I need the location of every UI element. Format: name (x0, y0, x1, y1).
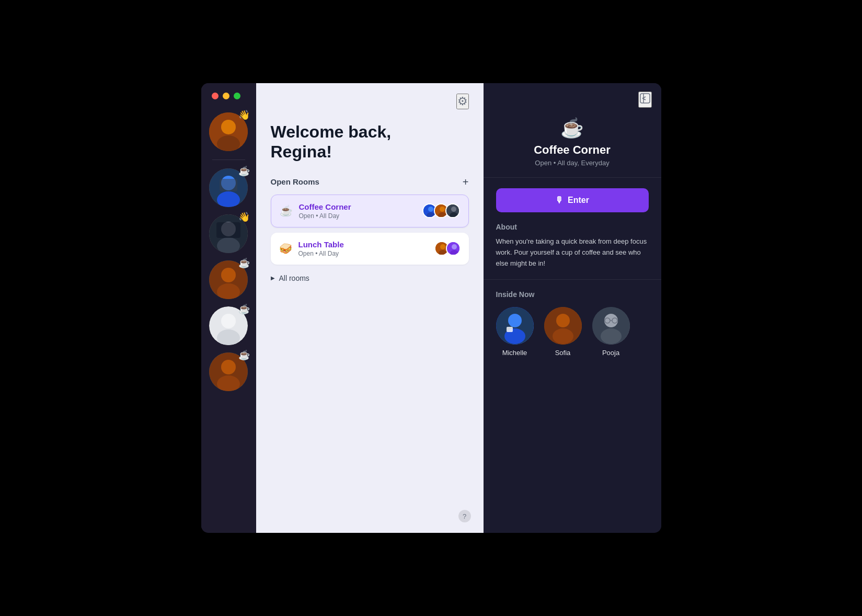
lunch-table-name: Lunch Table (298, 240, 344, 249)
panel-topbar (484, 83, 661, 112)
avatar-4[interactable]: ☕ (209, 260, 248, 299)
svg-rect-35 (640, 94, 650, 103)
svg-point-24 (440, 207, 445, 212)
inside-now-section: Inside Now Michelle (484, 280, 661, 367)
room-card-lunch-table[interactable]: 🥪 Lunch Table Open • All Day (271, 233, 469, 265)
about-title: About (496, 223, 649, 231)
room-hero-status: Open • All day, Everyday (535, 159, 609, 167)
room-hero-name: Coffee Corner (534, 143, 611, 157)
michelle-avatar (496, 307, 534, 345)
coffee-corner-emoji: ☕ (280, 204, 293, 217)
about-section: About When you're taking a quick break f… (484, 212, 661, 280)
about-text: When you're taking a quick break from de… (496, 236, 649, 269)
avatar-1[interactable]: 👋 (209, 112, 248, 151)
lunch-table-avatars (434, 241, 461, 256)
inside-now-title: Inside Now (496, 290, 649, 299)
room-hero-emoji: ☕ (560, 117, 584, 139)
pooja-name: Pooja (602, 349, 619, 357)
all-rooms-button[interactable]: ▶ All rooms (271, 274, 469, 282)
avatar-2[interactable]: ☕ (209, 168, 248, 207)
room-avatar-sm-5 (446, 241, 461, 256)
close-button[interactable] (212, 93, 219, 99)
michelle-name: Michelle (502, 349, 527, 357)
svg-line-37 (642, 97, 646, 98)
sofia-avatar (544, 307, 582, 345)
sidebar: 👋 ☕ (201, 83, 256, 533)
avatar-badge-5: ☕ (238, 304, 250, 314)
lunch-table-emoji: 🥪 (279, 242, 292, 255)
welcome-title: Welcome back, Regina! (271, 122, 469, 162)
svg-point-21 (428, 207, 433, 212)
enter-room-button[interactable]: 🎙 Enter (496, 188, 649, 212)
all-rooms-arrow: ▶ (271, 275, 275, 281)
person-card-sofia[interactable]: Sofia (544, 307, 582, 357)
avatar-badge-3: 👋 (238, 212, 250, 222)
open-rooms-header: Open Rooms + (271, 177, 469, 187)
coffee-corner-status: Open • All Day (299, 212, 351, 220)
room-avatar-sm-3 (445, 203, 460, 218)
sofia-name: Sofia (555, 349, 571, 357)
help-button[interactable]: ? (458, 510, 471, 522)
enter-label: Enter (568, 196, 589, 205)
all-rooms-label: All rooms (279, 274, 309, 282)
avatar-6[interactable]: ☕ (209, 352, 248, 391)
svg-point-30 (440, 244, 445, 249)
enter-wave-icon: 🎙 (555, 196, 564, 205)
app-window: 👋 ☕ (201, 83, 661, 533)
svg-line-38 (642, 98, 646, 100)
room-card-left-lunch: 🥪 Lunch Table Open • All Day (279, 240, 344, 257)
add-room-button[interactable]: + (463, 177, 469, 187)
svg-point-48 (601, 328, 622, 344)
coffee-corner-name: Coffee Corner (299, 202, 351, 211)
lunch-table-status: Open • All Day (298, 250, 344, 257)
pooja-avatar (592, 307, 630, 345)
main-header: ⚙ (271, 94, 469, 109)
svg-point-27 (451, 207, 456, 212)
settings-button[interactable]: ⚙ (456, 94, 469, 109)
person-card-michelle[interactable]: Michelle (496, 307, 534, 357)
collapse-panel-button[interactable] (638, 92, 652, 108)
avatar-badge-6: ☕ (238, 350, 250, 360)
inside-persons-list: Michelle Sofia (496, 307, 649, 357)
avatar-5[interactable]: ☕ (209, 306, 248, 345)
open-rooms-label: Open Rooms (271, 177, 319, 186)
maximize-button[interactable] (234, 93, 240, 99)
room-hero: ☕ Coffee Corner Open • All day, Everyday (484, 112, 661, 178)
sidebar-divider (212, 159, 245, 160)
coffee-corner-avatars (422, 203, 460, 218)
svg-rect-42 (507, 327, 513, 332)
svg-point-40 (508, 314, 522, 327)
person-card-pooja[interactable]: Pooja (592, 307, 630, 357)
right-panel: ☕ Coffee Corner Open • All day, Everyday… (484, 83, 661, 533)
avatar-badge-2: ☕ (238, 166, 250, 176)
room-card-left-coffee: ☕ Coffee Corner Open • All Day (280, 202, 351, 220)
main-content: ⚙ Welcome back, Regina! Open Rooms + ☕ C… (256, 83, 484, 533)
avatar-3[interactable]: 👋 (209, 214, 248, 253)
svg-point-33 (452, 244, 457, 249)
titlebar (212, 93, 240, 99)
avatar-badge-1: 👋 (238, 110, 250, 120)
svg-point-45 (553, 328, 573, 344)
minimize-button[interactable] (223, 93, 229, 99)
room-card-coffee-corner[interactable]: ☕ Coffee Corner Open • All Day (271, 195, 469, 227)
avatar-badge-4: ☕ (238, 258, 250, 268)
svg-point-44 (556, 314, 570, 327)
